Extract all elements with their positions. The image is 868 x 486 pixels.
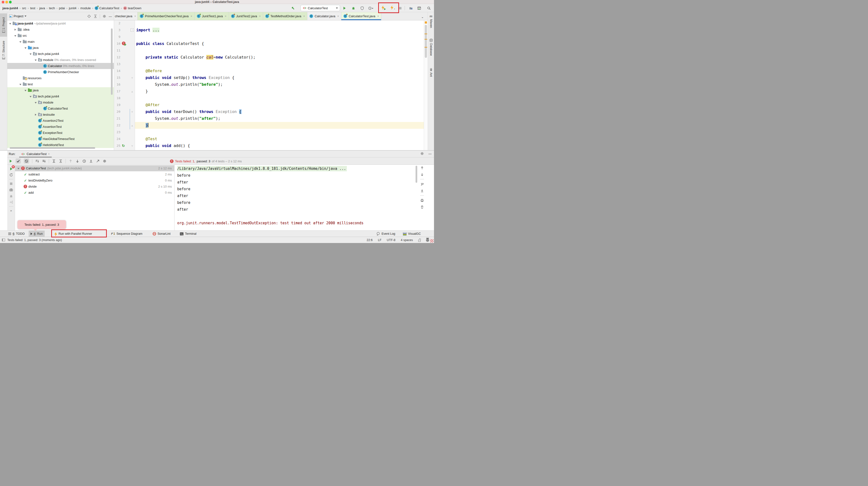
tree-item[interactable]: tech.pdai.junit4 [7,93,114,99]
test-result-row[interactable]: !CalculatorTest (tech.pdai.junit4.module… [15,165,174,171]
next-failed-test-icon[interactable] [75,159,80,163]
close-tab-icon[interactable]: × [303,15,305,18]
terminal-run-icon[interactable] [416,6,422,10]
tree-expander-icon[interactable] [24,88,27,92]
run-button[interactable] [342,6,347,10]
tree-expander-icon[interactable] [29,94,32,98]
console-output[interactable]: /Library/Java/JavaVirtualMachines/jdk1.8… [177,165,415,227]
tree-item[interactable]: main [7,39,114,45]
test-result-row[interactable]: ✓testDivideByZero0 ms [15,177,174,183]
sidebar-item-database[interactable]: Database [428,38,434,64]
close-tab-icon[interactable]: × [337,15,339,18]
test-result-row[interactable]: ✓subtract2 ms [15,171,174,177]
vertical-scrollbar[interactable] [111,28,113,95]
tree-item[interactable]: java-junit4~/pdai/www/java-junit4 [7,21,114,27]
sort-alphabetically-icon[interactable] [35,159,39,163]
chevron-down-icon[interactable] [25,16,27,17]
toolbar-item-event-log[interactable]: Event Log [374,231,397,237]
export-test-results-icon[interactable] [96,159,100,163]
print-icon[interactable] [420,198,424,202]
snapshot-camera-icon[interactable] [9,188,13,192]
tree-expander-icon[interactable] [34,58,37,62]
locate-icon[interactable] [87,15,91,18]
editor-tab[interactable]: CJunitTest1.java× [195,12,229,20]
lock-icon[interactable] [418,240,421,242]
scroll-down-icon[interactable] [420,173,424,177]
run-with-coverage-button[interactable] [359,6,365,10]
test-result-row[interactable]: ✓add0 ms [15,190,174,196]
tree-item[interactable]: test [7,81,114,87]
gear-icon[interactable] [420,152,424,155]
collapse-all-icon[interactable] [93,15,97,18]
gear-icon[interactable] [103,159,106,163]
tree-expander-icon[interactable] [34,101,37,104]
breadcrumb-item[interactable]: java [39,6,45,10]
code-editor[interactable]: 23+import ...910!public class Calculator… [114,21,424,150]
toolbar-item-sequence-diagram[interactable]: 1Sequence Diagram [109,231,145,237]
project-structure-icon[interactable] [408,6,414,10]
previous-failed-test-icon[interactable] [69,159,72,163]
tree-item[interactable]: module [7,99,114,106]
warning-tick[interactable] [425,33,427,34]
file-encoding[interactable]: UTF-8 [387,238,395,242]
status-message[interactable]: Tests failed: 1, passed: 3 (moments ago) [7,237,62,243]
refresh-icon[interactable] [9,173,13,177]
project-panel-title[interactable]: Project [13,15,23,18]
editor-tab[interactable]: CTestMethodOrder.java× [263,12,307,20]
sidebar-item-project[interactable]: 1: Project [0,13,7,37]
editor-tab[interactable]: CJunitTest2.java× [229,12,263,20]
hide-panel-icon[interactable]: — [109,15,112,18]
close-tab-icon[interactable]: × [259,15,261,18]
tree-item[interactable]: src [7,33,114,39]
editor-tab[interactable]: CCalculator.java× [307,12,341,20]
fold-expand-icon[interactable]: + [131,28,134,32]
search-everywhere-icon[interactable] [426,6,432,10]
breadcrumb-item[interactable]: java-junit4 [2,6,18,10]
breadcrumb-item[interactable]: module [80,6,91,10]
tree-expander-icon[interactable] [19,82,22,86]
toolbar-item-sonarlint[interactable]: SonarLint [151,231,173,237]
soft-wrap-icon[interactable] [420,182,424,186]
sidebar-item-structure[interactable]: 7: Structure [0,38,7,62]
fold-collapse-icon[interactable]: ▿ [131,108,134,115]
toolbar-item-visualgc[interactable]: VisualGC [401,231,423,237]
test-history-icon[interactable] [82,159,86,163]
tree-item[interactable]: CAssertion2Test [7,118,114,124]
warning-tick[interactable] [425,39,427,39]
editor-tab[interactable]: checker.java× [114,12,137,20]
tree-item[interactable]: CCalculatorTest [7,106,114,112]
close-tab-icon[interactable]: × [225,15,226,18]
breadcrumb-item[interactable]: src [22,6,26,10]
build-hammer-icon[interactable] [290,6,296,10]
tree-item[interactable]: java [7,45,114,51]
tree-expander-icon[interactable] [34,113,37,116]
tree-item[interactable]: resources [7,75,114,81]
tree-item[interactable]: module0% classes, 0% lines covered [7,57,114,63]
hide-panel-icon[interactable]: — [428,152,432,155]
toolbar-item-terminal[interactable]: ›_Terminal [178,231,198,237]
more-icon[interactable]: » [10,209,12,212]
run-class-icon[interactable]: ! [122,41,125,45]
breadcrumb-item[interactable]: junit4 [69,6,76,10]
toolbar-item-6-todo[interactable]: 6: TODO [6,231,27,237]
tree-item[interactable]: CPrimeNumberChecker [7,69,114,75]
tree-item[interactable]: CAssertionTest [7,124,114,130]
toolbar-item-4-run[interactable]: 4: Run [29,231,45,237]
fold-collapse-icon[interactable]: ▿ [131,74,134,81]
close-tab-icon[interactable]: × [48,152,50,156]
tree-expander-icon[interactable] [9,22,12,25]
gear-icon[interactable] [102,15,106,18]
fold-collapse-icon[interactable]: ▿ [131,142,134,149]
attach-debugger-icon[interactable] [9,194,13,198]
tool-window-toggle-icon[interactable] [2,239,5,241]
sort-by-duration-icon[interactable] [42,159,46,163]
rerun-test-icon[interactable]: ↻ [122,144,126,148]
breadcrumb-item[interactable]: mtearDown [123,6,142,10]
tree-expander-icon[interactable] [24,46,27,50]
console-scrollbar[interactable] [415,166,417,183]
show-passed-toggle[interactable] [16,159,21,164]
highlighting-level-icon[interactable] [426,239,429,242]
stop-icon[interactable] [9,181,13,185]
profiler-button[interactable] [368,6,374,10]
breadcrumb-item[interactable]: CCalculatorTest [95,6,119,10]
